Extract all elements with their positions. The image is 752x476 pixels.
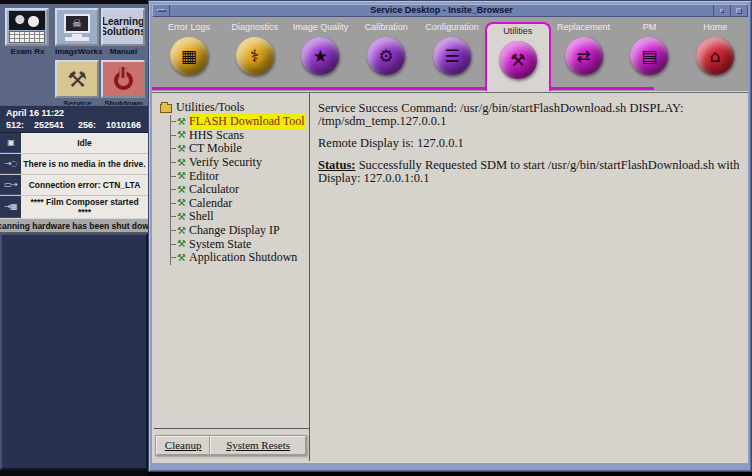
counter-256-label: 256:	[78, 120, 96, 130]
tree-item-ct-mobile[interactable]: ⚒ CT Mobile	[171, 142, 309, 156]
image-quality-icon[interactable]: ★	[301, 37, 339, 75]
tab-diagnostics[interactable]: Diagnostics ⚕	[222, 22, 288, 91]
cleanup-button[interactable]: Cleanup	[156, 436, 210, 455]
service-button[interactable]: ⚒ Service	[55, 60, 100, 108]
utilities-icon[interactable]: ⚒	[499, 41, 537, 79]
exam-rx-icon	[5, 8, 49, 46]
diagnostics-icon[interactable]: ⚕	[236, 37, 274, 75]
message-row: →▦ **** Film Composer started ****	[0, 196, 148, 218]
message-text: Idle	[21, 133, 148, 153]
message-text: Connection error: CTN_LTA	[21, 175, 148, 195]
tool-icon: ⚒	[177, 130, 186, 140]
remote-display-line: Remote Display is: 127.0.0.1	[318, 137, 742, 150]
datetime-panel: April 16 11:22 512: 252541 256: 1010166	[0, 105, 148, 133]
message-text: There is no media in the drive.	[21, 154, 148, 174]
tab-pm[interactable]: PM ▤	[616, 22, 682, 91]
error-logs-icon[interactable]: ▦	[170, 37, 208, 75]
tree-item-flash-download-tool[interactable]: ⚒ FLASH Download Tool	[171, 115, 309, 129]
message-row: →◌ There is no media in the drive.	[0, 154, 148, 175]
learning-solutions-logo: Learning Solutions	[101, 8, 145, 46]
sidebar: Exam Rx ☠ ImageWorks Learning Solutions …	[0, 0, 148, 476]
system-resets-button[interactable]: System Resets	[210, 436, 306, 455]
tree-item-application-shutdown[interactable]: ⚒ Application Shutdown	[171, 251, 309, 265]
scanner-status-icon: ▣	[0, 133, 21, 153]
power-icon	[101, 60, 145, 98]
message-text: **** Film Composer started ****	[21, 196, 148, 218]
network-connection-icon: ▭→	[0, 175, 21, 195]
message-row: ▭→ Connection error: CTN_LTA	[0, 175, 148, 196]
status-line: Status: Successfully Requested SDM to st…	[318, 159, 742, 185]
command-output-panel: Service Success Command: /usr/g/bin/star…	[311, 93, 748, 463]
tab-error-logs[interactable]: Error Logs ▦	[156, 22, 222, 91]
tree-root-utilities-tools[interactable]: Utilities/Tools	[160, 100, 309, 115]
exam-rx-label: Exam Rx	[5, 47, 50, 56]
counter-256-value: 1010166	[106, 120, 141, 130]
window-title: Service Desktop - Insite_Browser	[170, 5, 713, 16]
manual-label: Manual	[101, 47, 146, 56]
tool-icon: ⚒	[177, 117, 186, 127]
tool-icon: ⚒	[177, 239, 186, 249]
tree-item-shell[interactable]: ⚒ Shell	[171, 210, 309, 224]
manual-button[interactable]: Learning Solutions Manual	[101, 8, 146, 56]
tab-configuration[interactable]: Configuration ☰	[419, 22, 485, 91]
tool-icon: ⚒	[177, 226, 186, 236]
window-maximize-button[interactable]	[730, 5, 747, 16]
tab-replacement[interactable]: Replacement ⇄	[551, 22, 617, 91]
sidebar-empty-panel	[0, 233, 148, 470]
tool-icon: ⚒	[177, 253, 186, 263]
imageworks-icon: ☠	[55, 8, 99, 46]
pm-icon[interactable]: ▤	[630, 37, 668, 75]
message-row: ▣ Idle	[0, 133, 148, 154]
counter-512-value: 252541	[34, 120, 64, 130]
imageworks-label: ImageWorks	[55, 47, 100, 56]
tool-icon: ⚒	[177, 185, 186, 195]
tool-icon: ⚒	[177, 171, 186, 181]
tab-image-quality[interactable]: Image Quality ★	[288, 22, 354, 91]
app-area: Error Logs ▦ Diagnostics ⚕ Image Quality…	[152, 18, 748, 463]
status-label: Status:	[318, 158, 356, 172]
home-icon[interactable]: ⌂	[696, 37, 734, 75]
media-drive-icon: →◌	[0, 154, 21, 174]
service-wrench-icon: ⚒	[55, 60, 99, 98]
film-composer-icon: →▦	[0, 196, 21, 218]
tool-icon: ⚒	[177, 212, 186, 222]
imageworks-button[interactable]: ☠ ImageWorks	[55, 8, 100, 56]
tree-item-calculator[interactable]: ⚒ Calculator	[171, 183, 309, 197]
launcher-panel: Exam Rx ☠ ImageWorks Learning Solutions …	[0, 4, 148, 105]
service-desktop-window: Service Desktop - Insite_Browser Error L…	[148, 0, 752, 472]
counter-512-label: 512:	[6, 120, 24, 130]
tab-calibration[interactable]: Calibration ⚙	[353, 22, 419, 91]
image-counters: 512: 252541 256: 1010166	[0, 118, 148, 130]
tree-item-hhs-scans[interactable]: ⚒ HHS Scans	[171, 129, 309, 143]
folder-icon	[160, 104, 172, 113]
tools-tree-panel: Utilities/Tools ⚒ FLASH Download Tool ⚒ …	[154, 93, 310, 461]
configuration-icon[interactable]: ☰	[433, 37, 471, 75]
tool-icon: ⚒	[177, 144, 186, 154]
scanner-status-bar: Scanning hardware has been shut down.	[0, 218, 148, 233]
tree-footer: Cleanup System Resets	[154, 428, 309, 456]
system-messages-panel: ▣ Idle →◌ There is no media in the drive…	[0, 133, 148, 218]
exam-rx-button[interactable]: Exam Rx	[5, 8, 50, 56]
datetime-text: April 16 11:22	[0, 106, 148, 118]
tree-item-verify-security[interactable]: ⚒ Verify Security	[171, 156, 309, 170]
replacement-icon[interactable]: ⇄	[565, 37, 603, 75]
window-menu-button[interactable]	[153, 5, 170, 16]
tree-item-change-display-ip[interactable]: ⚒ Change Display IP	[171, 224, 309, 238]
mode-toolbar: Error Logs ▦ Diagnostics ⚕ Image Quality…	[152, 18, 748, 91]
utilities-content: Utilities/Tools ⚒ FLASH Download Tool ⚒ …	[152, 92, 748, 463]
status-text: Successfully Requested SDM to start /usr…	[318, 158, 740, 185]
tool-icon: ⚒	[177, 158, 186, 168]
tree-item-system-state[interactable]: ⚒ System State	[171, 237, 309, 251]
service-success-command-line: Service Success Command: /usr/g/bin/star…	[318, 102, 742, 128]
shutdown-button[interactable]: Shutdown	[101, 60, 146, 108]
tool-icon: ⚒	[177, 198, 186, 208]
tree-item-editor[interactable]: ⚒ Editor	[171, 169, 309, 183]
tab-home[interactable]: Home ⌂	[682, 22, 748, 91]
tree-item-calendar[interactable]: ⚒ Calendar	[171, 197, 309, 211]
window-minimize-button[interactable]	[713, 5, 730, 16]
calibration-icon[interactable]: ⚙	[367, 37, 405, 75]
tab-utilities[interactable]: Utilities ⚒	[485, 22, 551, 91]
window-titlebar[interactable]: Service Desktop - Insite_Browser	[152, 4, 748, 17]
